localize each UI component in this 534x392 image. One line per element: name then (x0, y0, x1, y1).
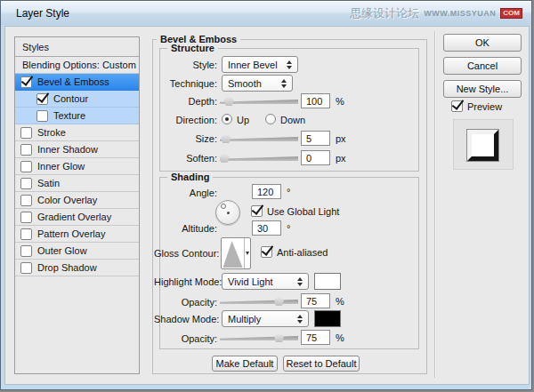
depth-input[interactable] (301, 93, 330, 108)
dial-center-dot-icon (227, 212, 230, 214)
vertical-divider (434, 31, 435, 378)
shadow-opacity-slider[interactable] (220, 332, 298, 343)
slider-track (220, 137, 298, 141)
depth-slider[interactable] (220, 95, 298, 107)
new-style-button[interactable]: New Style... (443, 80, 522, 98)
slider-thumb[interactable] (221, 133, 231, 143)
reset-to-default-button[interactable]: Reset to Default (283, 356, 360, 372)
sidebar-item-label: Inner Glow (37, 161, 85, 172)
layer-style-dialog: Layer Style 思缘设计论坛 WWW.MISSYUAN COM Styl… (0, 0, 532, 390)
gradient-overlay-checkbox[interactable] (20, 212, 32, 223)
slider-thumb[interactable] (274, 332, 284, 342)
size-input[interactable] (301, 131, 330, 146)
soften-input[interactable] (301, 150, 330, 165)
inner-shadow-checkbox[interactable] (20, 144, 32, 156)
sidebar-item-texture[interactable]: Texture (15, 108, 139, 124)
styles-list: Styles Blending Options: Custom Bevel & … (14, 36, 140, 374)
altitude-input[interactable] (252, 220, 281, 236)
titlebar[interactable]: Layer Style 思缘设计论坛 WWW.MISSYUAN COM (1, 1, 532, 25)
sidebar-item-styles[interactable]: Styles (15, 37, 139, 57)
sidebar-item-label: Styles (22, 42, 49, 52)
soften-label: Soften: (154, 153, 217, 164)
slider-thumb[interactable] (219, 153, 229, 163)
shadow-mode-label: Shadow Mode: (154, 314, 217, 324)
stroke-checkbox[interactable] (20, 127, 32, 139)
updown-arrows-icon (281, 76, 287, 91)
outer-glow-checkbox[interactable] (20, 245, 32, 257)
sidebar-item-inner-shadow[interactable]: Inner Shadow (15, 141, 139, 158)
sidebar-item-color-overlay[interactable]: Color Overlay (15, 192, 139, 209)
bevel-preview-square-icon (467, 130, 498, 161)
highlight-color-swatch[interactable] (314, 273, 341, 290)
sidebar-item-contour[interactable]: Contour (15, 91, 139, 108)
highlight-opacity-input[interactable] (301, 293, 330, 308)
direction-down-radio[interactable] (265, 114, 276, 124)
slider-thumb[interactable] (224, 96, 234, 106)
sidebar-item-bevel-emboss[interactable]: Bevel & Emboss (15, 74, 139, 91)
angle-indicator-icon (221, 204, 226, 209)
angle-label: Angle: (154, 188, 217, 198)
contour-dropdown-arrow-icon[interactable] (244, 238, 250, 268)
color-overlay-checkbox[interactable] (20, 195, 32, 206)
slider-track (220, 336, 298, 340)
sidebar-item-pattern-overlay[interactable]: Pattern Overlay (15, 226, 139, 243)
make-default-button[interactable]: Make Default (212, 356, 278, 372)
shadow-mode-dropdown[interactable]: Multiply (222, 310, 309, 327)
sidebar-item-blending-options[interactable]: Blending Options: Custom (15, 57, 139, 74)
slider-thumb[interactable] (274, 296, 284, 306)
highlight-opacity-unit: % (336, 296, 344, 307)
structure-title: Structure (167, 43, 218, 53)
sidebar-item-stroke[interactable]: Stroke (15, 124, 139, 141)
highlight-mode-value: Vivid Light (228, 276, 273, 287)
ok-button[interactable]: OK (443, 34, 522, 52)
highlight-opacity-slider[interactable] (220, 295, 298, 307)
size-slider[interactable] (220, 132, 298, 144)
use-global-light-label: Use Global Light (267, 206, 339, 217)
watermark-chinese: 思缘设计论坛 (350, 5, 419, 21)
direction-down-label: Down (280, 115, 305, 125)
shadow-opacity-unit: % (336, 332, 344, 343)
sidebar-item-satin[interactable]: Satin (15, 175, 139, 192)
sidebar-item-outer-glow[interactable]: Outer Glow (15, 243, 139, 260)
sidebar-item-drop-shadow[interactable]: Drop Shadow (15, 260, 139, 276)
direction-up-radio[interactable] (222, 114, 232, 124)
style-dropdown[interactable]: Inner Bevel (222, 56, 298, 73)
sidebar-item-label: Texture (53, 110, 85, 121)
angle-dial[interactable] (215, 200, 240, 225)
shadow-opacity-input[interactable] (301, 330, 330, 345)
pattern-overlay-checkbox[interactable] (20, 228, 32, 240)
soften-slider[interactable] (220, 152, 298, 164)
sidebar-item-label: Outer Glow (37, 245, 87, 256)
shadow-mode-value: Multiply (228, 314, 261, 324)
use-global-light-checkbox[interactable] (251, 205, 263, 217)
gloss-contour-picker[interactable] (221, 237, 251, 269)
inner-glow-checkbox[interactable] (20, 161, 32, 172)
updown-arrows-icon (287, 57, 293, 72)
depth-unit: % (336, 96, 344, 107)
shading-title: Shading (167, 172, 213, 182)
preview-label: Preview (467, 101, 502, 112)
anti-aliased-checkbox[interactable] (261, 246, 272, 258)
technique-dropdown[interactable]: Smooth (222, 75, 293, 92)
drop-shadow-checkbox[interactable] (20, 262, 32, 274)
sidebar-item-label: Pattern Overlay (37, 228, 105, 239)
sidebar-item-label: Contour (53, 93, 88, 104)
anti-aliased-label: Anti-aliased (277, 247, 328, 258)
texture-checkbox[interactable] (36, 110, 48, 122)
highlight-mode-dropdown[interactable]: Vivid Light (222, 273, 309, 290)
bevel-emboss-checkbox[interactable] (20, 76, 32, 88)
sidebar-item-label: Gradient Overlay (37, 212, 111, 222)
cancel-button[interactable]: Cancel (443, 57, 522, 75)
sidebar-item-label: Drop Shadow (37, 262, 97, 273)
preview-checkbox[interactable] (451, 100, 463, 112)
sidebar-item-label: Blending Options: Custom (22, 60, 136, 70)
satin-checkbox[interactable] (20, 178, 32, 189)
sidebar-item-label: Stroke (37, 127, 66, 138)
slider-track (220, 300, 298, 304)
shadow-color-swatch[interactable] (314, 310, 341, 327)
angle-input[interactable] (252, 184, 281, 199)
sidebar-item-inner-glow[interactable]: Inner Glow (15, 158, 139, 175)
sidebar-item-gradient-overlay[interactable]: Gradient Overlay (15, 209, 139, 226)
sidebar-item-label: Inner Shadow (37, 144, 98, 155)
contour-checkbox[interactable] (36, 93, 48, 105)
